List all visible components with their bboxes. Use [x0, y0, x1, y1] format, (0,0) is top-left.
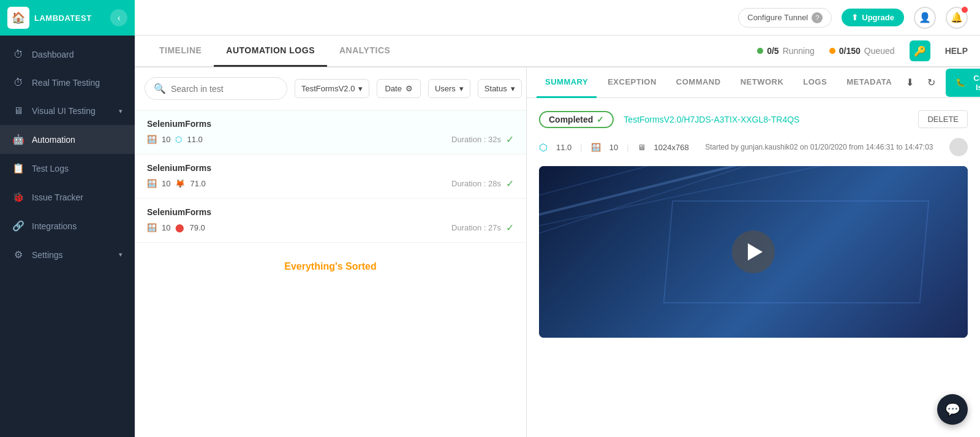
detail-tab-logs[interactable]: LOGS [794, 67, 835, 98]
date-filter[interactable]: Date ⚙ [377, 79, 420, 98]
search-icon: 🔍 [154, 83, 166, 94]
browser-ie-icon: ⬡ [539, 142, 548, 153]
sidebar-item-realtime[interactable]: ⏱ Real Time Testing [0, 69, 135, 97]
sidebar-item-settings[interactable]: ⚙ Settings ▾ [0, 240, 135, 269]
upgrade-button[interactable]: ⬆ Upgrade [842, 9, 904, 26]
help-circle-icon: ? [812, 12, 823, 23]
user-profile-button[interactable]: 👤 [914, 7, 936, 29]
browser-version: 71.0 [190, 179, 205, 188]
status-row: Completed ✓ TestFormsV2.0/H7JDS-A3TIX-XX… [539, 110, 968, 128]
issuetracker-icon: 🐞 [12, 191, 24, 203]
windows-icon: 🪟 [147, 223, 157, 232]
sidebar-header: 🏠 LAMBDATEST ‹ [0, 0, 135, 36]
settings-icon: ⚙ [12, 249, 24, 260]
create-issue-label: Create Issue [969, 74, 980, 92]
tab-automation-logs[interactable]: AUTOMATION LOGS [214, 35, 327, 67]
sidebar-item-label: Real Time Testing [32, 78, 100, 88]
sidebar-item-testlogs[interactable]: 📋 Test Logs [0, 154, 135, 183]
chat-button[interactable]: 💬 [937, 394, 968, 425]
test-detail-content: Completed ✓ TestFormsV2.0/H7JDS-A3TIX-XX… [527, 98, 980, 437]
test-meta: 🪟 10 🦊 71.0 Duration : 28s ✓ [147, 178, 514, 189]
os-version: 10 [162, 135, 170, 144]
main-tabs-bar: TIMELINE AUTOMATION LOGS ANALYTICS 0/5 R… [135, 36, 980, 67]
test-name: SeleniumForms [147, 119, 211, 129]
test-list-panel: 🔍 TestFormsV2.0 ▾ Date ⚙ Users ▾ Status [135, 67, 527, 437]
browser-version: 79.0 [189, 223, 205, 232]
status-filter-label: Status [484, 84, 507, 93]
detail-tab-command[interactable]: COMMAND [668, 67, 729, 98]
sidebar-item-label: Test Logs [32, 164, 69, 173]
users-filter[interactable]: Users ▾ [428, 79, 470, 98]
upgrade-label: Upgrade [862, 13, 894, 22]
bell-icon: 🔔 [951, 12, 963, 23]
sidebar-item-integrations[interactable]: 🔗 Integrations [0, 211, 135, 240]
sidebar-logo: 🏠 LAMBDATEST [7, 7, 92, 29]
browser-icon: ⬤ [175, 223, 184, 232]
pass-icon: ✓ [506, 222, 514, 234]
sidebar-item-automation[interactable]: 🤖 Automation [0, 125, 135, 154]
video-player[interactable] [539, 166, 968, 338]
tab-analytics[interactable]: ANALYTICS [327, 35, 402, 67]
detail-tab-actions: ⬇ ↻ 🐛 Create Issue [903, 69, 980, 97]
sidebar-item-label: Settings [32, 250, 63, 260]
create-issue-button[interactable]: 🐛 Create Issue [946, 69, 980, 97]
play-button[interactable] [732, 230, 775, 273]
pass-icon: ✓ [506, 134, 514, 145]
logo-icon: 🏠 [7, 7, 29, 29]
chevron-down-icon: ▾ [459, 84, 464, 93]
search-box[interactable]: 🔍 [145, 77, 287, 100]
queued-stat: 0/150 Queued [829, 46, 895, 56]
visual-icon: 🖥 [12, 105, 24, 116]
notifications-button[interactable]: 🔔 [946, 7, 968, 29]
sidebar: 🏠 LAMBDATEST ‹ ⏱ Dashboard ⏱ Real Time T… [0, 0, 135, 437]
refresh-button[interactable]: ↻ [924, 74, 938, 92]
detail-tab-metadata[interactable]: METADATA [838, 67, 900, 98]
sidebar-item-dashboard[interactable]: ⏱ Dashboard [0, 40, 135, 69]
sidebar-item-visual[interactable]: 🖥 Visual UI Testing ▾ [0, 97, 135, 125]
chevron-down-icon: ▾ [511, 84, 515, 93]
configure-tunnel-label: Configure Tunnel [747, 13, 808, 22]
test-id-link: TestFormsV2.0/H7JDS-A3TIX-XXGL8-TR4QS [624, 115, 799, 124]
browser-icon: ⬡ [175, 135, 182, 144]
detail-tab-exception[interactable]: EXCEPTION [599, 67, 665, 98]
delete-button[interactable]: DELETE [918, 110, 968, 128]
running-label: Running [783, 46, 815, 56]
content-area: 🔍 TestFormsV2.0 ▾ Date ⚙ Users ▾ Status [135, 67, 980, 437]
upgrade-icon: ⬆ [851, 13, 858, 22]
date-filter-label: Date [385, 84, 401, 93]
test-item[interactable]: SeleniumForms 🪟 10 🦊 71.0 Duration : 28s… [135, 154, 526, 199]
running-stat: 0/5 Running [757, 46, 815, 56]
build-filter[interactable]: TestFormsV2.0 ▾ [295, 79, 369, 98]
build-filter-label: TestFormsV2.0 [301, 84, 355, 93]
configure-tunnel-button[interactable]: Configure Tunnel ? [738, 8, 832, 28]
filter-icon: ⚙ [405, 84, 413, 93]
detail-tabs-bar: SUMMARY EXCEPTION COMMAND NETWORK LOGS M… [527, 67, 980, 98]
test-item[interactable]: SeleniumForms 🪟 10 ⬡ 11.0 Duration : 32s… [135, 110, 526, 154]
search-filter-bar: 🔍 TestFormsV2.0 ▾ Date ⚙ Users ▾ Status [135, 67, 526, 110]
user-icon: 👤 [919, 12, 931, 23]
detail-tab-summary[interactable]: SUMMARY [537, 67, 597, 98]
tab-timeline[interactable]: TIMELINE [147, 35, 214, 67]
started-by-text: Started by gunjan.kaushik02 on 01/20/202… [705, 143, 933, 151]
queued-dot [829, 48, 835, 54]
duration: Duration : 28s [451, 179, 501, 188]
test-item-header: SeleniumForms [147, 119, 514, 129]
test-item[interactable]: SeleniumForms 🪟 10 ⬤ 79.0 Duration : 27s… [135, 199, 526, 243]
status-filter[interactable]: Status ▾ [478, 79, 522, 98]
realtime-icon: ⏱ [12, 77, 24, 88]
detail-tab-network[interactable]: NETWORK [732, 67, 793, 98]
chevron-down-icon: ▾ [358, 84, 363, 93]
sidebar-item-label: Integrations [32, 221, 77, 231]
key-icon-button[interactable]: 🔑 [910, 40, 930, 61]
search-input[interactable] [171, 84, 278, 94]
sidebar-collapse-button[interactable]: ‹ [110, 9, 127, 26]
play-icon [748, 243, 763, 260]
sidebar-item-issuetracker[interactable]: 🐞 Issue Tracker [0, 183, 135, 211]
build-name: TestFormsV2.0/ [624, 115, 684, 124]
help-button[interactable]: HELP [945, 46, 968, 56]
pass-icon: ✓ [506, 178, 514, 189]
download-button[interactable]: ⬇ [903, 74, 917, 92]
test-id[interactable]: H7JDS-A3TIX-XXGL8-TR4QS [684, 115, 799, 124]
main-content: Configure Tunnel ? ⬆ Upgrade 👤 🔔 TIMELIN… [135, 0, 980, 437]
browser-version: 11.0 [187, 135, 202, 144]
